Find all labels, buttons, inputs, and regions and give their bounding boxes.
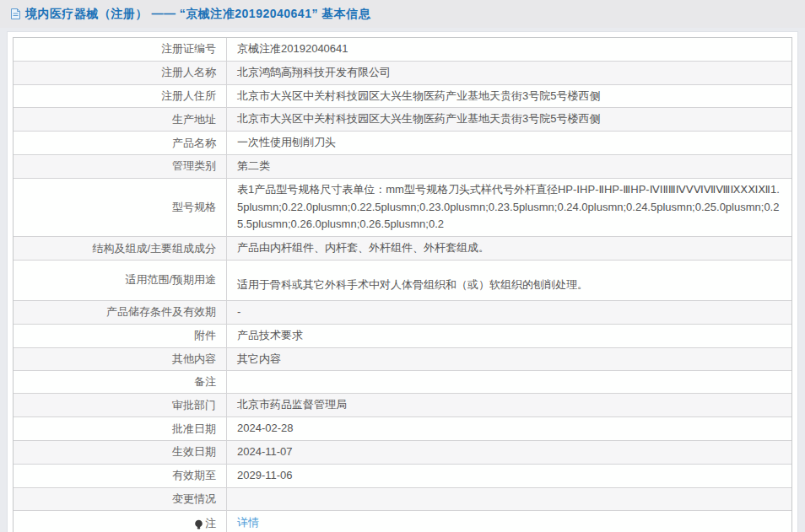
table-row-change-status: 变更情况: [14, 488, 791, 511]
page-header: 境内医疗器械（注册） —— “京械注准20192040641” 基本信息: [0, 0, 805, 28]
table-row-production-address: 生产地址 北京市大兴区中关村科技园区大兴生物医药产业基地天贵街3号院5号楼西侧: [14, 108, 791, 132]
table-row-registrant-address: 注册人住所 北京市大兴区中关村科技园区大兴生物医药产业基地天贵街3号院5号楼西侧: [14, 85, 791, 109]
table-row-registrant-name: 注册人名称 北京鸿鹄高翔科技开发有限公司: [14, 62, 791, 85]
table-row-management-class: 管理类别 第二类: [14, 155, 791, 179]
row-label: 型号规格: [14, 179, 227, 236]
row-value: 京械注准20192040641: [227, 38, 791, 61]
row-value: 北京市大兴区中关村科技园区大兴生物医药产业基地天贵街3号院5号楼西侧: [227, 85, 791, 108]
registration-info-table: 注册证编号 京械注准20192040641 注册人名称 北京鸿鹄高翔科技开发有限…: [13, 37, 792, 532]
row-value: 2029-11-06: [227, 465, 791, 487]
table-row-approval-date: 批准日期 2024-02-28: [14, 417, 791, 441]
row-label: 管理类别: [14, 155, 227, 178]
table-row-remarks: 备注: [14, 371, 791, 394]
table-row-approval-department: 审批部门 北京市药品监督管理局: [14, 394, 791, 417]
row-value: 北京鸿鹄高翔科技开发有限公司: [227, 62, 791, 84]
row-label: 生产地址: [14, 108, 227, 131]
row-label: 适用范围/预期用途: [14, 261, 227, 300]
row-label: 产品储存条件及有效期: [14, 301, 227, 324]
row-value: 第二类: [227, 155, 791, 178]
table-row-model-spec: 型号规格 表1产品型号规格尺寸表单位：mm型号规格刀头式样代号外杆直径HP-ⅠH…: [14, 179, 791, 237]
row-label: 注: [14, 511, 227, 532]
table-row-other-content: 其他内容 其它内容: [14, 348, 791, 372]
row-value: 产品由内杆组件、内杆套、外杆组件、外杆套组成。: [227, 237, 791, 260]
row-value: 适用于骨科或其它外科手术中对人体骨组织和（或）软组织的刨削处理。: [227, 261, 791, 300]
table-row-storage-validity: 产品储存条件及有效期 -: [14, 301, 791, 325]
table-row-attachment: 附件 产品技术要求: [14, 325, 791, 348]
row-value: 北京市大兴区中关村科技园区大兴生物医药产业基地天贵街3号院5号楼西侧: [227, 108, 791, 131]
row-value: 2024-02-28: [227, 417, 791, 440]
note-detail-link[interactable]: 详情: [237, 514, 259, 532]
row-label: 结构及组成/主要组成成分: [14, 237, 227, 260]
bulb-icon: [194, 519, 203, 531]
row-value: 一次性使用刨削刀头: [227, 132, 791, 154]
row-label: 其他内容: [14, 348, 227, 371]
row-value: -: [227, 301, 791, 324]
row-value: 2024-11-07: [227, 441, 791, 464]
row-value: 产品技术要求: [227, 325, 791, 347]
row-label: 备注: [14, 371, 227, 393]
row-value: 详情: [227, 511, 791, 532]
row-label: 注册人住所: [14, 85, 227, 108]
table-row-note: 注 详情: [14, 511, 791, 532]
row-value: 其它内容: [227, 348, 791, 371]
row-label: 有效期至: [14, 465, 227, 487]
row-label: 注册证编号: [14, 38, 227, 61]
page-title: 境内医疗器械（注册） —— “京械注准20192040641” 基本信息: [25, 7, 370, 22]
row-value: [227, 371, 791, 393]
row-label: 生效日期: [14, 441, 227, 464]
row-label: 产品名称: [14, 132, 227, 154]
content-panel: 注册证编号 京械注准20192040641 注册人名称 北京鸿鹄高翔科技开发有限…: [7, 31, 798, 532]
row-value: 表1产品型号规格尺寸表单位：mm型号规格刀头式样代号外杆直径HP-ⅠHP-ⅡHP…: [227, 179, 791, 236]
row-label: 审批部门: [14, 394, 227, 416]
table-row-registration-number: 注册证编号 京械注准20192040641: [14, 38, 791, 62]
row-value: 北京市药品监督管理局: [227, 394, 791, 416]
note-label: 注: [205, 516, 216, 531]
row-label: 批准日期: [14, 417, 227, 440]
table-row-intended-use: 适用范围/预期用途 适用于骨科或其它外科手术中对人体骨组织和（或）软组织的刨削处…: [14, 261, 791, 301]
row-label: 注册人名称: [14, 62, 227, 84]
table-row-product-name: 产品名称 一次性使用刨削刀头: [14, 132, 791, 155]
table-row-effective-date: 生效日期 2024-11-07: [14, 441, 791, 465]
row-label: 变更情况: [14, 488, 227, 510]
table-row-structure-composition: 结构及组成/主要组成成分 产品由内杆组件、内杆套、外杆组件、外杆套组成。: [14, 237, 791, 261]
row-value: [227, 488, 791, 510]
table-row-expiry-date: 有效期至 2029-11-06: [14, 465, 791, 488]
row-label: 附件: [14, 325, 227, 347]
document-icon: [10, 8, 21, 20]
